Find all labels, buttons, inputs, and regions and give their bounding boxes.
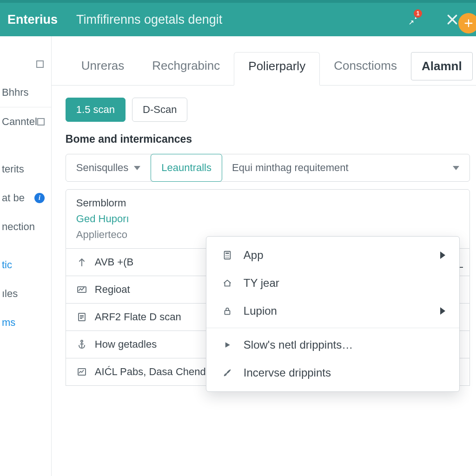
filter-label: Leauntralls [161, 162, 212, 174]
filter-bar: Senisqulles Leauntralls Equi minthag req… [66, 154, 470, 182]
svg-point-10 [227, 257, 228, 258]
filter-senisqulles[interactable]: Senisqulles [66, 154, 152, 181]
svg-point-9 [225, 257, 226, 258]
sidebar-item-label: ıles [2, 288, 18, 300]
svg-rect-12 [225, 311, 230, 314]
house-icon [220, 278, 234, 288]
filter-leauntralls[interactable]: Leauntralls [151, 154, 222, 182]
menu-separator [206, 328, 459, 328]
sidebar-item-label: tic [2, 259, 12, 271]
alarm-button[interactable]: Alamnl [411, 52, 473, 80]
svg-point-6 [225, 255, 226, 256]
svg-point-8 [228, 255, 229, 256]
tab-consctioms[interactable]: Consctioms [320, 52, 411, 85]
calculator-icon [220, 250, 234, 260]
sidebar-item-tic[interactable]: tic [0, 251, 51, 279]
svg-point-7 [227, 255, 228, 256]
row-label: AVB +(B [95, 256, 133, 268]
sidebar-item-bhhrs[interactable]: Bhhrs [0, 78, 51, 107]
square-icon [37, 118, 45, 126]
panel-subtext: Applierteco [76, 229, 127, 241]
menu-label: TY jear [244, 277, 279, 290]
menu-item-tyjear[interactable]: TY jear [206, 269, 459, 297]
graph-icon [76, 366, 87, 377]
square-icon [36, 60, 44, 68]
chevron-down-icon [134, 166, 140, 170]
panel-title: Sermblorm [76, 197, 126, 209]
arrow-up-icon [76, 257, 87, 268]
play-icon [220, 340, 234, 350]
section-title: Bome and intermicances [66, 133, 470, 145]
tab-rechgrabinc[interactable]: Rechgrabinc [138, 52, 234, 85]
sidebar: Bhhrs Canntel terits at bei nection tic … [0, 36, 52, 476]
filter-label: Equi minthag requitement [232, 162, 349, 174]
sidebar-item-label: Canntel [2, 116, 37, 128]
filter-label: Senisqulles [76, 162, 129, 174]
sidebar-item-iles[interactable]: ıles [0, 279, 51, 308]
menu-item-app[interactable]: App [206, 241, 459, 269]
tab-bar: Unreras Rechgrabinc Polierparly Consctio… [52, 36, 476, 86]
sidebar-item-ms[interactable]: ms [0, 308, 51, 337]
lock-icon [220, 306, 234, 316]
sidebar-item-canntel[interactable]: Canntel [0, 107, 51, 136]
scan-d-button[interactable]: D-Scan [132, 98, 187, 122]
chart-icon [76, 284, 87, 295]
info-icon: i [34, 193, 45, 203]
sidebar-item-label: ms [2, 317, 15, 329]
scan-buttons: 1.5 scan D-Scan [66, 98, 470, 122]
menu-label: App [244, 249, 264, 262]
sidebar-item-nection[interactable]: nection [0, 212, 51, 241]
svg-rect-5 [225, 253, 229, 254]
dropdown-menu: App TY jear Lupion Slow's netl drippints… [206, 236, 460, 392]
row-label: ARF2 Flate D scan [95, 311, 181, 323]
chevron-right-icon [440, 251, 445, 259]
notification-badge: 1 [414, 9, 422, 18]
anchor-icon [76, 339, 87, 350]
scan-1-5-button[interactable]: 1.5 scan [66, 98, 126, 122]
brand-title: Enterius [7, 13, 58, 27]
tab-polierparly[interactable]: Polierparly [234, 52, 320, 86]
sidebar-item-label: terits [2, 163, 24, 175]
menu-item-slows[interactable]: Slow's netl drippints… [206, 331, 459, 359]
add-button[interactable] [458, 13, 476, 33]
sidebar-item-label: at be [2, 192, 25, 204]
svg-point-11 [228, 257, 229, 258]
row-label: Regioat [95, 284, 130, 296]
menu-label: Incervse drippints [244, 366, 331, 379]
menu-item-incervse[interactable]: Incervse drippints [206, 359, 459, 387]
menu-label: Lupion [244, 304, 277, 317]
panel-link[interactable]: Ged Huporı [76, 213, 129, 225]
app-header: Enterius Timfifirenns ogetals dengit 1 [0, 0, 476, 36]
sidebar-item-label: nection [2, 221, 35, 233]
chevron-down-icon [453, 166, 459, 170]
document-icon [76, 311, 87, 323]
menu-item-lupion[interactable]: Lupion [206, 297, 459, 325]
row-label: How getadles [95, 338, 157, 350]
page-title: Timfifirenns ogetals dengit [76, 13, 388, 27]
plus-icon [463, 18, 474, 28]
sidebar-toggle[interactable] [0, 50, 51, 78]
tab-unreras[interactable]: Unreras [67, 52, 138, 85]
close-icon[interactable] [445, 13, 459, 26]
menu-label: Slow's netl drippints… [244, 338, 353, 351]
chevron-right-icon [440, 307, 445, 315]
filter-equi[interactable]: Equi minthag requitement [222, 154, 469, 181]
sidebar-item-label: Bhhrs [2, 86, 28, 99]
main-content: Unreras Rechgrabinc Polierparly Consctio… [52, 36, 476, 476]
rocket-icon [220, 368, 234, 378]
sidebar-item-atbe[interactable]: at bei [0, 184, 51, 212]
notification-pin[interactable]: 1 [406, 13, 418, 26]
sidebar-item-terits[interactable]: terits [0, 155, 51, 184]
